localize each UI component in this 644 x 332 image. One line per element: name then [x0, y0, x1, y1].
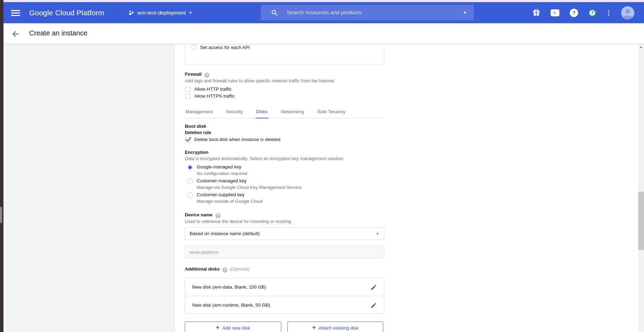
- window-left-scroll-indicator: [0, 207, 2, 223]
- project-name: wm-test-deployment: [137, 10, 186, 16]
- firewall-help-icon[interactable]: ?: [204, 73, 209, 78]
- customer-supplied-key-radio[interactable]: [187, 192, 193, 198]
- scrollbar-up-icon[interactable]: ▲: [638, 45, 644, 49]
- device-name-input[interactable]: [185, 246, 384, 258]
- device-name-description: Used to reference the device for mountin…: [185, 219, 292, 224]
- disk-row: New disk (wm-runtime, Blank, 50 GB): [185, 296, 384, 314]
- back-arrow-icon[interactable]: [11, 29, 20, 39]
- device-name-selected-option: Based on instance name (default): [190, 231, 260, 236]
- tab-disks[interactable]: Disks: [256, 107, 268, 118]
- checkmark-icon: [185, 136, 192, 143]
- search-bar[interactable]: ▼: [261, 5, 474, 20]
- customer-managed-key-sublabel: Manage via Google Cloud Key Management S…: [197, 185, 302, 190]
- encryption-heading: Encryption: [185, 150, 208, 155]
- page-title: Create an instance: [29, 29, 87, 37]
- device-name-section: Device name?: [185, 212, 221, 218]
- delete-boot-disk-label[interactable]: Delete boot disk when instance is delete…: [194, 137, 280, 142]
- device-name-help-icon[interactable]: ?: [215, 213, 221, 218]
- window-top-edge: [0, 0, 644, 2]
- attach-existing-disk-label: Attach existing disk: [318, 325, 359, 331]
- customer-supplied-key-label[interactable]: Customer-supplied key: [197, 192, 244, 197]
- add-new-disk-label: Add new disk: [222, 325, 250, 331]
- search-icon: [271, 9, 278, 16]
- gift-icon[interactable]: [532, 9, 540, 17]
- allow-http-checkbox[interactable]: [185, 87, 190, 92]
- page-header: Create an instance: [3, 23, 644, 44]
- overflow-menu-icon[interactable]: ⋮: [607, 9, 611, 17]
- help-icon[interactable]: ?: [570, 9, 578, 17]
- project-caret-icon: ▼: [189, 11, 192, 15]
- allow-http-label[interactable]: Allow HTTP traffic: [194, 86, 232, 92]
- window-left-edge: [0, 0, 3, 332]
- search-input[interactable]: [286, 9, 463, 16]
- tab-sole-tenancy[interactable]: Sole Tenancy: [317, 107, 346, 118]
- cloud-shell-icon[interactable]: >_: [551, 9, 559, 16]
- settings-tabs: Management Security Disks Networking Sol…: [185, 107, 384, 118]
- firewall-section: Firewall?: [185, 72, 209, 78]
- google-managed-key-label[interactable]: Google-managed key: [197, 164, 241, 169]
- search-caret-icon[interactable]: ▼: [463, 10, 467, 15]
- disk-name: New disk (wm-data, Blank, 150 GB): [192, 284, 266, 290]
- plus-icon: +: [312, 324, 316, 331]
- allow-https-label[interactable]: Allow HTTPS traffic: [194, 93, 235, 99]
- additional-disks-label: Additional disks: [185, 266, 220, 272]
- device-name-select[interactable]: Based on instance name (default) ▼: [185, 227, 384, 240]
- scrollbar-thumb[interactable]: [638, 192, 644, 250]
- select-caret-icon: ▼: [376, 228, 379, 240]
- boot-disk-heading: Boot disk: [185, 124, 206, 129]
- customer-managed-key-radio[interactable]: [187, 179, 193, 184]
- gcp-logo[interactable]: Google Cloud Platform: [29, 2, 104, 23]
- app-bar: Google Cloud Platform wm-test-deployment…: [3, 2, 644, 23]
- customer-supplied-key-sublabel: Manage outside of Google Cloud: [197, 199, 263, 204]
- google-managed-key-sublabel: No configuration required: [197, 171, 247, 176]
- avatar[interactable]: [621, 6, 634, 19]
- deletion-rule-label: Deletion rule: [185, 130, 211, 135]
- additional-disks-optional-note: (Optional): [230, 266, 249, 272]
- add-new-disk-button[interactable]: + Add new disk: [185, 322, 281, 332]
- edit-disk-icon[interactable]: [370, 302, 377, 309]
- api-access-option-label[interactable]: Set access for each API: [200, 45, 250, 50]
- api-access-radio[interactable]: [191, 44, 197, 50]
- left-panel: [3, 44, 174, 332]
- additional-disks-section: Additional disks?(Optional): [185, 266, 249, 273]
- allow-https-checkbox[interactable]: [185, 94, 190, 99]
- encryption-description: Data is encrypted automatically. Select …: [185, 156, 344, 161]
- delete-boot-disk-checkbox[interactable]: [185, 137, 190, 142]
- notifications-icon[interactable]: 7: [589, 9, 596, 17]
- appbar-actions: >_ ? 7 ⋮: [532, 2, 634, 23]
- project-icon: [129, 10, 134, 15]
- firewall-description: Add tags and firewall rules to allow spe…: [185, 78, 334, 83]
- tab-management[interactable]: Management: [185, 107, 214, 118]
- attach-existing-disk-button[interactable]: + Attach existing disk: [287, 322, 383, 332]
- disk-row: New disk (wm-data, Blank, 150 GB): [185, 278, 384, 296]
- gcp-console-window: Google Cloud Platform wm-test-deployment…: [0, 0, 644, 332]
- edit-disk-icon[interactable]: [370, 284, 377, 291]
- device-name-label: Device name: [185, 212, 213, 217]
- customer-managed-key-label[interactable]: Customer-managed key: [197, 178, 247, 183]
- project-selector[interactable]: wm-test-deployment ▼: [129, 2, 192, 23]
- menu-icon[interactable]: [11, 9, 20, 16]
- tab-networking[interactable]: Networking: [280, 107, 305, 118]
- disk-name: New disk (wm-runtime, Blank, 50 GB): [192, 302, 270, 308]
- additional-disks-help-icon[interactable]: ?: [222, 267, 227, 273]
- scrollbar-track[interactable]: [638, 44, 644, 332]
- tab-security[interactable]: Security: [225, 107, 244, 118]
- additional-disks-list: New disk (wm-data, Blank, 150 GB) New di…: [185, 278, 384, 314]
- firewall-label: Firewall: [185, 72, 201, 77]
- plus-icon: +: [216, 324, 220, 331]
- google-managed-key-radio[interactable]: [187, 165, 193, 170]
